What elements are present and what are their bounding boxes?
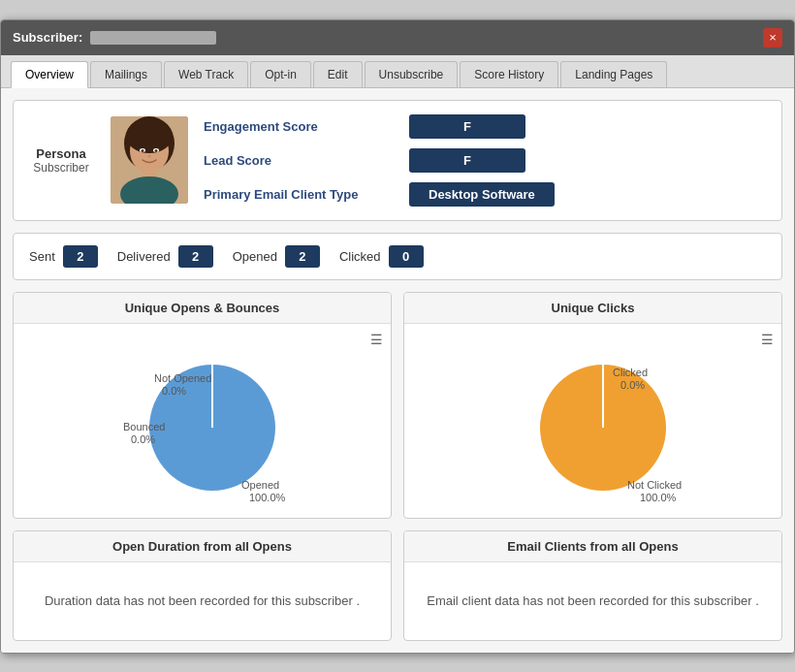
clicked-percent: 0.0% (620, 379, 645, 391)
not-clicked-percent: 100.0% (640, 492, 677, 503)
stat-clicked: Clicked 0 (339, 245, 424, 268)
unique-clicks-body: ☰ Clicked 0.0% Not Clicked 100.0% (404, 324, 781, 518)
engagement-score-value: F (409, 114, 525, 139)
stat-sent: Sent 2 (29, 245, 98, 268)
email-client-label: Primary Email Client Type (204, 187, 398, 202)
lead-score-label: Lead Score (204, 153, 398, 168)
modal-title: Subscriber: (13, 30, 82, 45)
unique-clicks-title: Unique Clicks (404, 293, 781, 324)
opens-bounces-menu-icon[interactable]: ☰ (370, 332, 383, 347)
email-client-value: Desktop Software (409, 182, 555, 207)
opens-bounces-chart: Not Opened 0.0% Bounced 0.0% Opened 100.… (106, 336, 300, 505)
sent-value: 2 (63, 245, 98, 268)
engagement-score-label: Engagement Score (204, 119, 398, 134)
unique-clicks-chart: Clicked 0.0% Not Clicked 100.0% (496, 336, 690, 505)
opens-bounces-card: Unique Opens & Bounces ☰ Not Opened 0.0%… (13, 292, 392, 519)
close-button[interactable]: × (763, 28, 782, 48)
delivered-label: Delivered (117, 249, 171, 264)
not-opened-label: Not Opened (154, 372, 211, 384)
subscriber-info-card: Persona Subscriber (13, 100, 782, 221)
modal-header: Subscriber: × (1, 20, 794, 55)
tab-overview[interactable]: Overview (11, 61, 88, 88)
lead-score-value: F (409, 148, 525, 173)
subscriber-name-blurred (90, 31, 216, 45)
opened-label: Opened (233, 249, 277, 264)
bounced-label: Bounced (123, 421, 165, 432)
not-clicked-label: Not Clicked (627, 479, 682, 491)
svg-point-8 (142, 149, 144, 152)
stat-delivered: Delivered 2 (117, 245, 213, 268)
unique-clicks-card: Unique Clicks ☰ Clicked 0.0% Not Clicked… (403, 292, 782, 519)
stats-bar: Sent 2 Delivered 2 Opened 2 Clicked 0 (13, 233, 782, 280)
svg-point-9 (155, 149, 158, 152)
engagement-score-row: Engagement Score F (204, 114, 768, 139)
persona-subtitle: Subscriber (27, 161, 95, 175)
modal-body: Persona Subscriber (1, 88, 794, 653)
email-clients-title: Email Clients from all Opens (404, 531, 781, 562)
clicked-label-chart: Clicked (613, 367, 648, 378)
delivered-value: 2 (178, 245, 213, 268)
stat-opened: Opened 2 (233, 245, 320, 268)
email-client-row: Primary Email Client Type Desktop Softwa… (204, 182, 768, 207)
opens-bounces-title: Unique Opens & Bounces (14, 293, 391, 324)
open-duration-title: Open Duration from all Opens (14, 531, 391, 562)
not-opened-percent: 0.0% (162, 385, 186, 397)
svg-point-3 (126, 118, 173, 153)
sent-label: Sent (29, 249, 55, 264)
clicked-label: Clicked (339, 249, 381, 264)
clicked-value: 0 (389, 245, 424, 268)
tab-landing-pages[interactable]: Landing Pages (560, 61, 667, 87)
svg-point-10 (147, 155, 151, 158)
tab-web-track[interactable]: Web Track (164, 61, 248, 87)
lead-score-row: Lead Score F (204, 148, 768, 173)
tab-score-history[interactable]: Score History (460, 61, 558, 87)
open-duration-message: Duration data has not been recorded for … (14, 562, 391, 640)
persona-title: Persona (27, 146, 95, 161)
score-info: Engagement Score F Lead Score F Primary … (204, 114, 768, 207)
charts-row: Unique Opens & Bounces ☰ Not Opened 0.0%… (13, 292, 782, 519)
persona-label: Persona Subscriber (27, 146, 95, 175)
opened-value: 2 (285, 245, 320, 268)
email-clients-message: Email client data has not been recorded … (404, 562, 781, 640)
bottom-row: Open Duration from all Opens Duration da… (13, 530, 782, 641)
tab-opt-in[interactable]: Opt-in (250, 61, 311, 87)
opened-percent: 100.0% (249, 492, 286, 503)
avatar (111, 116, 188, 204)
tab-unsubscribe[interactable]: Unsubscribe (365, 61, 459, 87)
open-duration-card: Open Duration from all Opens Duration da… (13, 530, 392, 641)
bounced-percent: 0.0% (131, 433, 155, 445)
tab-mailings[interactable]: Mailings (90, 61, 162, 87)
opened-label: Opened (241, 479, 279, 491)
tab-bar: Overview Mailings Web Track Opt-in Edit … (1, 55, 794, 88)
tab-edit[interactable]: Edit (313, 61, 363, 87)
opens-bounces-body: ☰ Not Opened 0.0% Bounced 0.0% Opened 10… (14, 324, 391, 518)
email-clients-card: Email Clients from all Opens Email clien… (403, 530, 782, 641)
unique-clicks-menu-icon[interactable]: ☰ (761, 332, 774, 347)
subscriber-modal: Subscriber: × Overview Mailings Web Trac… (0, 19, 795, 654)
modal-header-left: Subscriber: (13, 30, 216, 45)
